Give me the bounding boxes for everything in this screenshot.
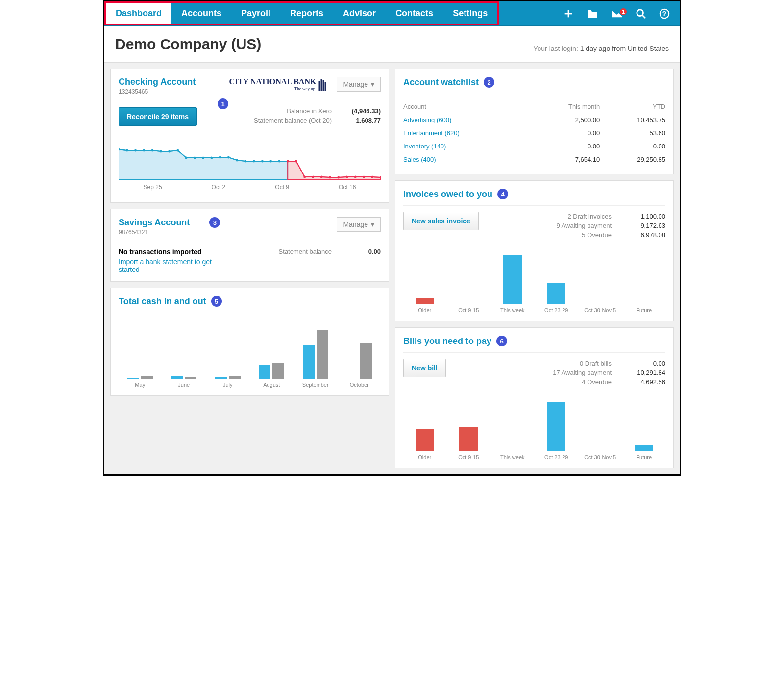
nav-tabs-highlight: Dashboard Accounts Payroll Reports Advis…: [104, 1, 499, 25]
svg-point-2: [637, 9, 643, 16]
watch-row: Sales (400)7,654.1029,250.85: [403, 153, 665, 166]
svg-point-18: [219, 156, 221, 159]
summary-amount: 9,172.63: [626, 222, 665, 229]
step-badge-4: 4: [497, 189, 508, 199]
svg-point-9: [143, 149, 145, 152]
svg-point-36: [363, 176, 365, 178]
watch-month: 7,654.10: [535, 156, 600, 163]
company-name: Demo Company (US): [115, 36, 261, 52]
savings-title[interactable]: Savings Account: [119, 218, 190, 228]
bar-label: October: [350, 382, 369, 388]
svg-text:?: ?: [662, 10, 666, 17]
last-login: Your last login: 1 day ago from United S…: [533, 45, 669, 52]
bar-in: [127, 378, 139, 379]
checking-manage-button[interactable]: Manage ▾: [337, 77, 381, 92]
search-icon[interactable]: [636, 8, 646, 19]
checking-chart: Sep 25Oct 2Oct 9Oct 16: [119, 131, 381, 195]
watch-month: 0.00: [535, 143, 600, 150]
svg-point-27: [287, 160, 289, 163]
x-tick: Oct 16: [339, 184, 356, 191]
bills-chart: OlderOct 9-15This weekOct 23-29Oct 30-No…: [403, 392, 665, 460]
watch-month: 2,500.00: [535, 116, 600, 123]
files-icon[interactable]: [587, 9, 598, 19]
x-tick: Oct 9: [275, 184, 289, 191]
watch-h-ytd: YTD: [600, 103, 665, 110]
bar-out: [229, 376, 241, 379]
checking-number: 132435465: [119, 88, 196, 95]
tab-advisor[interactable]: Advisor: [333, 3, 386, 24]
watch-h-account: Account: [403, 103, 535, 110]
watch-account-link[interactable]: Advertising (600): [403, 116, 535, 123]
tab-settings[interactable]: Settings: [443, 3, 497, 24]
bar-label: This week: [500, 454, 525, 460]
svg-point-22: [253, 160, 255, 163]
svg-point-7: [126, 149, 128, 152]
summary-label: 4 Overdue: [582, 378, 612, 386]
cash-title: Total cash in and out: [119, 296, 206, 307]
help-icon[interactable]: ?: [659, 8, 670, 19]
add-icon[interactable]: [563, 8, 574, 19]
summary-amount: 0.00: [626, 360, 665, 367]
bar-out: [360, 343, 372, 379]
bar-label: Oct 9-15: [458, 454, 479, 460]
svg-point-24: [270, 160, 272, 163]
bal-xero-val: (4,946.33): [342, 107, 381, 115]
bank-logo: CITY NATIONAL BANK The way up.: [229, 77, 327, 92]
new-sales-invoice-button[interactable]: New sales invoice: [403, 212, 479, 230]
step-badge-6: 6: [496, 336, 507, 346]
summary-label: 17 Awaiting payment: [553, 369, 612, 376]
import-statement-link[interactable]: Import a bank statement to get started: [119, 258, 217, 273]
watch-ytd: 29,250.85: [600, 156, 665, 163]
svg-point-10: [151, 149, 154, 152]
savings-manage-button[interactable]: Manage ▾: [337, 217, 381, 232]
svg-point-30: [312, 176, 314, 178]
new-bill-button[interactable]: New bill: [403, 359, 446, 377]
watch-month: 0.00: [535, 129, 600, 137]
checking-title[interactable]: Checking Account: [119, 77, 196, 87]
summary-amount: 6,978.08: [626, 231, 665, 239]
tab-reports[interactable]: Reports: [280, 3, 333, 24]
bar-label: This week: [500, 307, 525, 313]
x-tick: Sep 25: [144, 184, 162, 191]
checking-panel: Checking Account 132435465 CITY NATIONAL…: [110, 69, 389, 203]
bar-in: [303, 345, 315, 379]
bills-title: Bills you need to pay: [403, 336, 491, 346]
reconcile-button[interactable]: Reconcile 29 items: [119, 107, 197, 126]
chevron-down-icon: ▾: [371, 80, 374, 88]
cash-chart: MayJuneJulyAugustSeptemberOctober: [119, 319, 381, 388]
tab-accounts[interactable]: Accounts: [172, 3, 231, 24]
bar-label: Future: [636, 307, 652, 313]
bar-out: [317, 330, 328, 379]
bar: [547, 402, 565, 451]
top-nav: Dashboard Accounts Payroll Reports Advis…: [104, 1, 680, 26]
svg-point-35: [354, 176, 357, 178]
svg-point-33: [337, 176, 340, 179]
bar: [459, 427, 478, 451]
svg-point-23: [261, 160, 264, 163]
watch-account-link[interactable]: Entertainment (620): [403, 129, 535, 137]
tab-dashboard[interactable]: Dashboard: [106, 3, 172, 24]
messages-badge: 1: [619, 7, 628, 16]
svg-point-13: [176, 149, 179, 152]
bar-label: August: [263, 382, 280, 388]
summary-amount: 10,291.84: [626, 369, 665, 376]
page-header: Demo Company (US) Your last login: 1 day…: [104, 26, 680, 63]
savings-stmt-label: Statement balance: [279, 248, 332, 255]
bar-out: [272, 363, 284, 379]
top-actions: 1 ?: [563, 1, 680, 25]
summary-label: 5 Overdue: [582, 231, 612, 239]
tab-payroll[interactable]: Payroll: [231, 3, 280, 24]
watch-account-link[interactable]: Inventory (140): [403, 143, 535, 150]
invoices-chart: OlderOct 9-15This weekOct 23-29Oct 30-No…: [403, 245, 665, 313]
svg-point-31: [320, 176, 323, 178]
watch-h-month: This month: [535, 103, 600, 110]
watch-ytd: 0.00: [600, 143, 665, 150]
bar-label: Oct 23-29: [544, 307, 568, 313]
bar-in: [171, 376, 183, 379]
step-badge-2: 2: [484, 77, 494, 88]
watch-account-link[interactable]: Sales (400): [403, 156, 535, 163]
tab-contacts[interactable]: Contacts: [386, 3, 443, 24]
watch-ytd: 53.60: [600, 129, 665, 137]
bar: [416, 298, 434, 304]
messages-icon[interactable]: 1: [611, 9, 623, 18]
